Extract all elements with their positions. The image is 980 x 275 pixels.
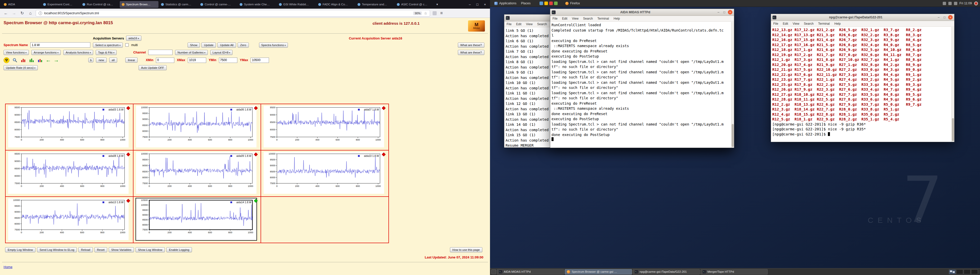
window-maximize-button[interactable]: □ — [476, 3, 479, 6]
ymax-input[interactable] — [251, 58, 269, 63]
applet-icon[interactable] — [549, 2, 553, 5]
menu-item[interactable]: Edit — [780, 22, 791, 25]
previous-gallery-arrow-icon[interactable]: ← — [46, 57, 51, 63]
browser-tab[interactable]: Experiment Cont… — [41, 1, 80, 8]
menu-item[interactable]: View — [791, 22, 802, 25]
multi-checkbox[interactable] — [125, 43, 129, 47]
places-menu[interactable]: Places — [519, 2, 533, 5]
browser-tab[interactable]: GSI White Rabbit… — [277, 1, 316, 8]
scrollbar[interactable] — [731, 22, 734, 148]
minimize-button[interactable]: – — [716, 10, 721, 14]
window-minimize-button[interactable]: – — [469, 3, 471, 6]
tags-fits-dropdown[interactable]: Tags & Fits — [96, 50, 117, 55]
radiation-icon[interactable]: ☢ — [3, 57, 10, 63]
menu-item[interactable]: Help — [611, 17, 622, 21]
next-gallery-arrow-icon[interactable]: → — [54, 57, 59, 63]
gallery-cell[interactable]: 7500800085009000950010000020040060080010… — [133, 150, 261, 197]
xmin-input[interactable] — [156, 58, 174, 63]
spectrum-plot[interactable]: 7500800085009000950010000105000200400600… — [136, 198, 256, 240]
browser-tab[interactable]: AIDA — [2, 1, 41, 8]
browser-tab[interactable]: Control @ carme-… — [198, 1, 237, 8]
spectrum-plot[interactable]: 7500800085009000950010000020040060080010… — [136, 152, 256, 194]
browser-tab[interactable]: FADC Align & Co… — [316, 1, 355, 8]
menu-item[interactable]: Terminal — [595, 17, 611, 21]
what-are-these-button[interactable]: What are these? — [458, 50, 484, 55]
select-a-spectrum-dropdown[interactable]: Select a spectrum — [93, 43, 123, 47]
log-window-button[interactable]: Empty Log Window — [5, 247, 35, 252]
spectrum-action-button[interactable]: Show — [188, 43, 200, 47]
npg-tapedata-window[interactable]: >_ npg@carme-gsi:/TapeData/G22-201 – □ ×… — [771, 14, 955, 142]
applet-icon[interactable] — [544, 2, 548, 5]
browser-tab[interactable]: Statistics @ carm… — [159, 1, 198, 8]
aida-midas-httpd-window[interactable]: >_ AIDA MIDAS HTTPd – □ × FileEditViewSe… — [550, 9, 734, 148]
spectrum-plot[interactable]: 7500800085009000950010000020040060080010… — [8, 198, 129, 240]
home-link[interactable]: Home — [0, 264, 16, 270]
notification-icon[interactable] — [954, 2, 957, 5]
browser-tab[interactable]: Run Control @ ca… — [80, 1, 119, 8]
menu-item[interactable]: Terminal — [816, 22, 832, 25]
b-button[interactable]: b — [88, 58, 94, 62]
network-icon[interactable] — [948, 2, 952, 5]
window-close-button[interactable]: × — [484, 3, 486, 6]
workspace-3[interactable] — [964, 269, 970, 274]
how-to-use-button[interactable]: How to use this page — [450, 247, 482, 252]
gallery-cell[interactable]: 7500800085009000950010000020040060080010… — [5, 197, 133, 243]
bookmark-star-icon[interactable]: ☆ — [424, 11, 427, 15]
new-button[interactable]: new — [96, 58, 107, 63]
reload-icon[interactable]: ↻ — [19, 11, 25, 16]
log-window-button[interactable]: Send Log Window to ELog — [37, 247, 77, 252]
ymin-input[interactable] — [219, 58, 237, 63]
url-bar[interactable]: i localhost:8015/Spectrum/Spectrum.tml 9… — [36, 10, 430, 17]
window-titlebar[interactable]: >_ npg@carme-gsi:/TapeData/G22-201 – □ × — [771, 14, 954, 21]
menu-item[interactable]: Help — [832, 22, 843, 25]
active-app-indicator[interactable]: Firefox — [565, 2, 580, 5]
menu-item[interactable]: Edit — [560, 17, 570, 21]
back-icon[interactable]: ← — [3, 11, 9, 16]
log-window-button[interactable]: Show Log Window — [135, 247, 165, 252]
menu-item[interactable]: Search — [535, 22, 549, 26]
menu-item[interactable]: View — [524, 22, 535, 26]
xmax-input[interactable] — [188, 58, 206, 63]
gallery-cell[interactable]: 7500800085009000950002004006008001000aid… — [261, 104, 389, 150]
volume-icon[interactable] — [943, 2, 946, 5]
spectrum-plot[interactable]: 7500800085009000950010000020040060080010… — [264, 152, 384, 194]
close-button[interactable]: × — [728, 10, 732, 14]
gallery-cell[interactable]: 7500800085009000950010000020040060080010… — [133, 104, 261, 150]
update-rate-dropdown[interactable]: Update Rate (4 secs) — [3, 65, 38, 70]
menu-item[interactable]: Search — [581, 17, 595, 21]
menu-item[interactable]: View — [570, 17, 581, 21]
gallery-cell[interactable]: 7500800085009000950010000020040060080010… — [261, 150, 389, 197]
green-histogram-icon[interactable] — [29, 57, 35, 63]
spectrum-action-button[interactable]: Update — [201, 43, 216, 47]
spectrum-plot[interactable]: 7500800085009000950002004006008001000aid… — [8, 106, 129, 147]
zoom-indicator[interactable]: 90% — [413, 11, 422, 15]
show-desktop-button[interactable] — [491, 269, 496, 274]
log-window-button[interactable]: Reload — [78, 247, 93, 252]
menu-item[interactable]: Edit — [514, 22, 524, 26]
number-of-galleries-dropdown[interactable]: Number of Galleries — [175, 50, 207, 55]
arrange-functions-dropdown[interactable]: Arrange functions — [32, 50, 61, 55]
blue-histogram-icon[interactable] — [37, 57, 43, 63]
all-button[interactable]: all — [109, 58, 118, 63]
close-button[interactable]: × — [948, 15, 953, 20]
list-all-tabs-button[interactable]: ▾ — [434, 3, 441, 6]
spectrum-action-button[interactable]: Update All — [218, 43, 236, 47]
app-menu-icon[interactable]: ≡ — [439, 11, 444, 16]
maximize-button[interactable]: □ — [722, 10, 727, 14]
menu-item[interactable]: File — [771, 22, 780, 25]
forward-icon[interactable]: → — [11, 11, 17, 16]
log-window-button[interactable]: Show Variables — [109, 247, 134, 252]
applet-icon[interactable] — [539, 2, 543, 5]
spectrum-action-button[interactable]: Zero — [238, 43, 249, 47]
analysis-functions-dropdown[interactable]: Analysis functions — [63, 50, 93, 55]
extension-icon[interactable] — [433, 11, 437, 15]
magnifier-icon[interactable] — [12, 57, 18, 63]
spectrum-name-input[interactable] — [30, 42, 90, 47]
spectra-functions-dropdown[interactable]: Spectra functions — [259, 43, 288, 47]
channel-input[interactable] — [148, 50, 172, 55]
taskbar-window-button[interactable]: >_Merger/Tape HTTPd — [700, 269, 768, 275]
gallery-cell[interactable]: 7500800085009000950010000105000200400600… — [133, 197, 261, 243]
layout-id-dropdown[interactable]: Layout ID=8 — [210, 50, 232, 55]
home-icon[interactable]: ⌂ — [27, 11, 33, 16]
browser-tab[interactable]: ASIC Control @ c… — [395, 1, 434, 8]
